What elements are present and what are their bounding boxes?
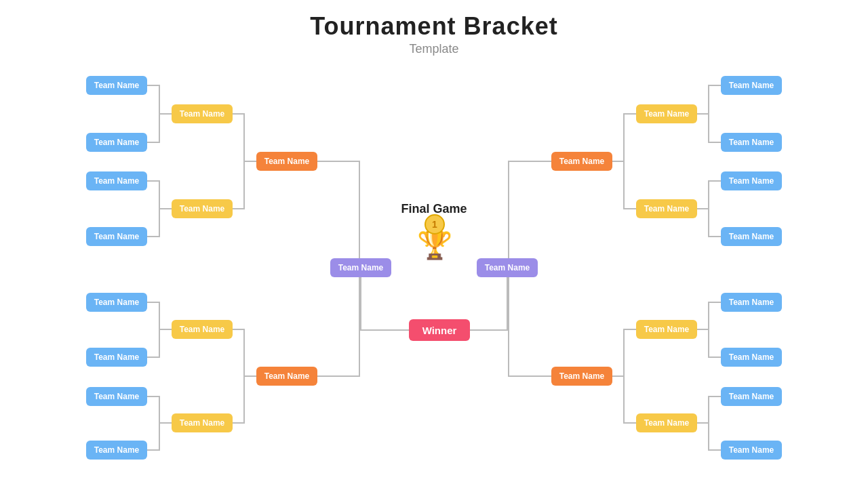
team-box-lb1[interactable]: Team Name bbox=[86, 293, 147, 312]
team-box-lb6[interactable]: Team Name bbox=[172, 413, 233, 432]
team-box-lt4[interactable]: Team Name bbox=[86, 227, 147, 246]
team-box-rt5[interactable]: Team Name bbox=[636, 104, 697, 123]
sub-title: Template bbox=[0, 42, 868, 56]
team-box-lt1[interactable]: Team Name bbox=[86, 76, 147, 95]
team-box-rt3[interactable]: Team Name bbox=[721, 171, 782, 190]
team-box-rb5[interactable]: Team Name bbox=[636, 320, 697, 339]
team-box-rt4[interactable]: Team Name bbox=[721, 227, 782, 246]
team-box-rb7[interactable]: Team Name bbox=[551, 367, 612, 386]
team-box-rb6[interactable]: Team Name bbox=[636, 413, 697, 432]
team-box-lt5[interactable]: Team Name bbox=[172, 104, 233, 123]
team-box-rt6[interactable]: Team Name bbox=[636, 199, 697, 218]
team-box-lb3[interactable]: Team Name bbox=[86, 387, 147, 406]
team-box-fr[interactable]: Team Name bbox=[477, 258, 538, 277]
team-box-fl[interactable]: Team Name bbox=[330, 258, 391, 277]
trophy-cup: 🏆 bbox=[417, 230, 452, 259]
team-box-lb4[interactable]: Team Name bbox=[86, 441, 147, 460]
team-box-lt3[interactable]: Team Name bbox=[86, 171, 147, 190]
team-box-rt2[interactable]: Team Name bbox=[721, 133, 782, 152]
team-box-lb2[interactable]: Team Name bbox=[86, 348, 147, 367]
main-title: Tournament Bracket bbox=[0, 12, 868, 41]
trophy: 1 🏆 bbox=[417, 214, 452, 259]
winner-box[interactable]: Winner bbox=[409, 319, 470, 341]
team-box-rb2[interactable]: Team Name bbox=[721, 348, 782, 367]
team-box-rb3[interactable]: Team Name bbox=[721, 387, 782, 406]
page: Tournament Bracket Template bbox=[0, 0, 868, 488]
team-box-rt7[interactable]: Team Name bbox=[551, 152, 612, 171]
team-box-rb4[interactable]: Team Name bbox=[721, 441, 782, 460]
team-box-lt6[interactable]: Team Name bbox=[172, 199, 233, 218]
trophy-badge: 1 bbox=[425, 214, 445, 235]
team-box-lt7[interactable]: Team Name bbox=[256, 152, 317, 171]
team-box-lt2[interactable]: Team Name bbox=[86, 133, 147, 152]
team-box-lb5[interactable]: Team Name bbox=[172, 320, 233, 339]
team-box-rb1[interactable]: Team Name bbox=[721, 293, 782, 312]
team-box-lb7[interactable]: Team Name bbox=[256, 367, 317, 386]
team-box-rt1[interactable]: Team Name bbox=[721, 76, 782, 95]
title-area: Tournament Bracket Template bbox=[0, 0, 868, 56]
